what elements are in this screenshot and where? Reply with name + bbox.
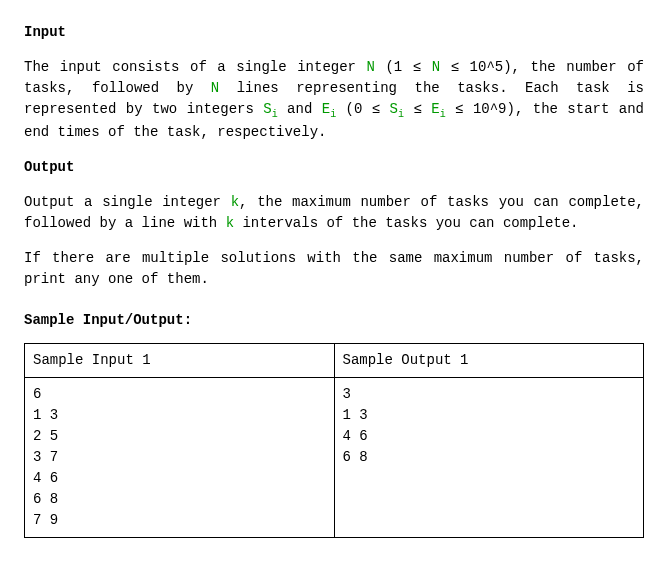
text: and xyxy=(278,101,322,117)
var-n: N xyxy=(211,80,219,96)
sample-table: Sample Input 1 Sample Output 1 6 1 3 2 5… xyxy=(24,343,644,538)
var-k: k xyxy=(231,194,239,210)
var-s: S xyxy=(390,101,398,117)
input-heading: Input xyxy=(24,22,644,43)
text: ≤ xyxy=(404,101,431,117)
output-heading: Output xyxy=(24,157,644,178)
output-paragraph-2: If there are multiple solutions with the… xyxy=(24,248,644,290)
sample-io-heading: Sample Input/Output: xyxy=(24,310,644,331)
table-row: 6 1 3 2 5 3 7 4 6 6 8 7 9 3 1 3 4 6 6 8 xyxy=(25,377,644,537)
var-e: E xyxy=(322,101,330,117)
sample-input-cell: 6 1 3 2 5 3 7 4 6 6 8 7 9 xyxy=(25,377,335,537)
text: (0 ≤ xyxy=(336,101,389,117)
sample-output-cell: 3 1 3 4 6 6 8 xyxy=(334,377,644,537)
sample-input-header: Sample Input 1 xyxy=(25,343,335,377)
var-s: S xyxy=(263,101,271,117)
var-k: k xyxy=(226,215,234,231)
text: The input consists of a single integer xyxy=(24,59,367,75)
var-n: N xyxy=(367,59,375,75)
text: (1 ≤ xyxy=(375,59,432,75)
text: intervals of the tasks you can complete. xyxy=(234,215,578,231)
sample-output-header: Sample Output 1 xyxy=(334,343,644,377)
table-row: Sample Input 1 Sample Output 1 xyxy=(25,343,644,377)
input-paragraph: The input consists of a single integer N… xyxy=(24,57,644,143)
output-paragraph-1: Output a single integer k, the maximum n… xyxy=(24,192,644,234)
var-e: E xyxy=(431,101,439,117)
var-n: N xyxy=(432,59,440,75)
text: Output a single integer xyxy=(24,194,231,210)
